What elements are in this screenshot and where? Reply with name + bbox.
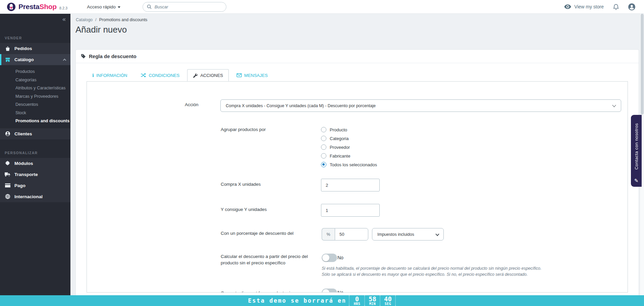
tab-bar: i INFORMACIÓN CONDICIONES ACCIONES MENS — [87, 69, 639, 81]
sidebar-subitem-stock[interactable]: Stock — [0, 109, 70, 117]
scrollbar-thumb[interactable] — [641, 14, 644, 115]
panel-title: Regla de descuento — [89, 53, 137, 59]
sidebar-item-modulos[interactable]: Módulos — [0, 158, 70, 169]
radio-icon-selected — [321, 162, 326, 167]
percent-input[interactable] — [335, 228, 368, 241]
sidebar-item-label: Transporte — [14, 172, 38, 177]
demo-message: Esta demo se borrará en — [248, 297, 346, 304]
radio-producto[interactable]: Producto — [321, 125, 377, 134]
radio-icon — [321, 144, 326, 150]
radio-fabricante[interactable]: Fabricante — [321, 151, 377, 160]
sidebar-subitem-atributos[interactable]: Atributos y Características — [0, 84, 70, 92]
eye-icon — [564, 4, 571, 9]
compute-without-specific-help: Si está habilitada, el porcentaje de des… — [322, 266, 628, 277]
info-icon: i — [92, 73, 94, 78]
tab-acciones[interactable]: ACCIONES — [187, 69, 229, 81]
compute-without-specific-toggle[interactable] — [322, 254, 337, 262]
sidebar-subitem-promotions[interactable]: Promotions and discounts — [0, 117, 70, 125]
toggle-state-label: No — [337, 290, 343, 293]
brand-text: PrestaShop — [18, 3, 57, 11]
catalog-icon — [5, 57, 10, 62]
countdown-hours: 0 HRS — [349, 295, 364, 306]
prestashop-logo[interactable]: PrestaShop 8.2.3 — [0, 2, 67, 11]
orders-icon — [5, 46, 10, 51]
sidebar-subitem-marcas[interactable]: Marcas y Proveedores — [0, 92, 70, 101]
chevron-down-icon — [435, 232, 439, 236]
main-content: Catalogo / Promotions and discounts Añad… — [70, 14, 644, 306]
sidebar-item-pedidos[interactable]: Pedidos — [0, 43, 70, 54]
buy-x-input[interactable] — [321, 179, 380, 191]
search-input[interactable] — [155, 4, 218, 9]
tax-select[interactable]: Impuestos incluidos — [372, 228, 444, 241]
tab-condiciones[interactable]: CONDICIONES — [135, 69, 185, 81]
modules-icon — [5, 161, 10, 166]
tag-icon — [81, 54, 86, 59]
compute-from-price-label: Compute discount from product price — [221, 290, 312, 293]
view-my-store-link[interactable]: View my store — [564, 4, 604, 9]
sidebar-item-catalogo[interactable]: Catálogo — [0, 54, 70, 65]
demo-countdown-bar: Esta demo se borrará en 0 HRS 58 MIN 40 … — [0, 295, 644, 306]
radio-icon — [321, 136, 326, 141]
radio-icon — [321, 153, 326, 159]
sidebar-item-internacional[interactable]: Internacional — [0, 191, 70, 202]
caret-down-icon — [118, 6, 120, 8]
prestashop-logo-icon — [7, 2, 16, 11]
version-label: 8.2.3 — [59, 6, 67, 10]
actions-form: Acción Compra X unidades - Consigue Y un… — [87, 81, 628, 293]
notifications-bell-icon[interactable] — [613, 4, 619, 10]
sidebar-item-label: Pedidos — [14, 46, 32, 51]
shipping-icon — [5, 172, 10, 177]
sidebar-item-label: Pago — [14, 183, 25, 188]
chevron-down-icon — [612, 103, 616, 107]
international-icon — [5, 194, 10, 199]
percent-addon: % — [322, 228, 335, 241]
action-select[interactable]: Compra X unidades - Consigue Y unidades … — [220, 99, 621, 112]
radio-categoria[interactable]: Categoria — [321, 134, 377, 143]
radio-proveedor[interactable]: Proveedor — [321, 143, 377, 151]
discount-rule-panel: Regla de descuento i INFORMACIÓN CONDICI… — [75, 49, 639, 306]
sidebar-item-label: Internacional — [14, 194, 43, 199]
sidebar-subitem-productos[interactable]: Productos — [0, 68, 70, 76]
breadcrumb-parent[interactable]: Catalogo — [76, 17, 93, 22]
breadcrumb: Catalogo / Promotions and discounts — [76, 17, 147, 22]
sidebar-item-clientes[interactable]: Clientes — [0, 128, 70, 139]
get-y-label: Y consigue Y unidades — [221, 207, 267, 212]
shuffle-icon — [141, 73, 146, 78]
percent-input-group: % — [322, 228, 368, 241]
sidebar-item-transporte[interactable]: Transporte — [0, 169, 70, 180]
breadcrumb-separator: / — [95, 17, 96, 22]
chevron-up-icon — [63, 58, 66, 62]
sidebar: « VENDER Pedidos Catálogo Productos Cate… — [0, 14, 70, 306]
sidebar-collapse-button[interactable]: « — [0, 14, 70, 23]
pencil-icon: ✎ — [634, 178, 639, 184]
radio-todos-seleccionados[interactable]: Todos los seleccionados — [321, 160, 377, 169]
tab-mensajes[interactable]: MENSAJES — [231, 69, 273, 81]
envelope-icon — [236, 73, 242, 77]
toggle-state-label: No — [337, 255, 343, 260]
compute-from-price-toggle[interactable] — [322, 289, 337, 293]
section-title-vender: VENDER — [0, 36, 70, 43]
panel-header: Regla de descuento — [76, 50, 639, 63]
wrench-icon — [193, 73, 198, 78]
contact-us-tab[interactable]: Contacta con nosotros ✎ — [631, 115, 642, 187]
search-icon — [147, 4, 152, 9]
sidebar-subitem-categorias[interactable]: Categorías — [0, 76, 70, 84]
section-title-personalizar: PERSONALIZAR — [0, 151, 70, 158]
breadcrumb-current[interactable]: Promotions and discounts — [99, 17, 148, 22]
page-title: Añadir nuevo — [75, 25, 127, 35]
sidebar-item-label: Clientes — [14, 131, 32, 136]
sidebar-subitem-descuentos[interactable]: Descuentos — [0, 100, 70, 109]
countdown-end-divider — [395, 295, 396, 306]
account-avatar-icon[interactable] — [628, 3, 635, 10]
search-bar[interactable] — [143, 2, 226, 12]
compute-without-specific-label: Calcular el descuento a partir del preci… — [221, 253, 312, 266]
countdown-seconds: 40 SEG — [380, 295, 395, 306]
sidebar-item-pago[interactable]: Pago — [0, 180, 70, 191]
percent-label: Con un porcentaje de descuento del — [221, 231, 293, 236]
get-y-input[interactable] — [321, 204, 380, 217]
quick-access-dropdown[interactable]: Acceso rápido — [87, 4, 120, 9]
sidebar-item-label: Módulos — [14, 161, 33, 166]
group-by-radio-group: Producto Categoria Proveedor Fabricante … — [321, 125, 377, 169]
tab-informacion[interactable]: i INFORMACIÓN — [87, 69, 133, 81]
prestashop-admin: { "topbar": { "brand_presta": "Presta", … — [0, 0, 644, 306]
